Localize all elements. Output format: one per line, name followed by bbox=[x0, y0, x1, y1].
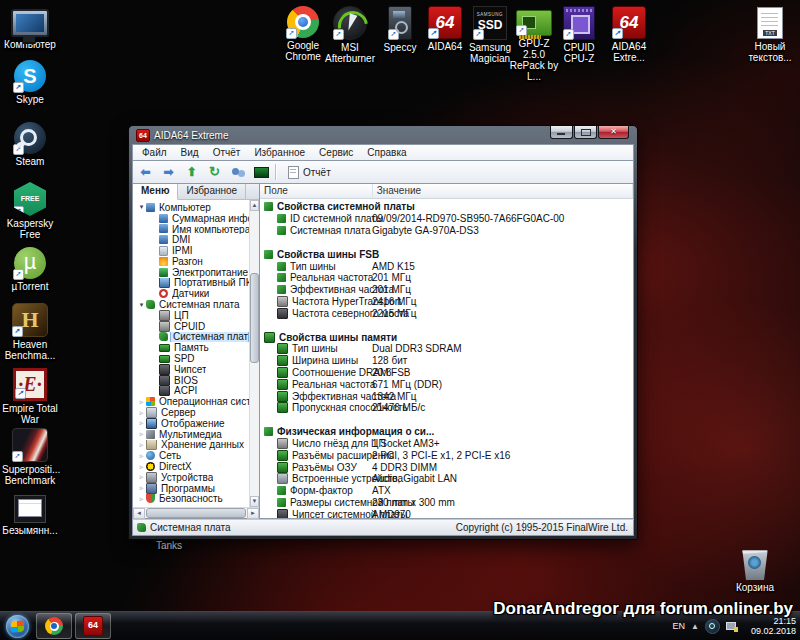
tree-horizontal-scrollbar[interactable]: ◄ ► bbox=[133, 507, 259, 518]
report-row[interactable]: Тип шиныDual DDR3 SDRAM bbox=[260, 343, 633, 355]
report-row[interactable]: Форм-факторATX bbox=[260, 485, 633, 497]
tree-item-security[interactable]: ▹Безопасность bbox=[133, 494, 249, 505]
start-button[interactable] bbox=[6, 615, 29, 638]
scroll-left-icon[interactable]: ◄ bbox=[133, 508, 145, 519]
forward-icon[interactable] bbox=[160, 164, 177, 180]
desktop-icon-afterburner[interactable]: MSI Afterburner bbox=[322, 6, 378, 64]
expander-icon[interactable]: ▹ bbox=[137, 419, 146, 427]
tree-item-computer-group[interactable]: ▾Компьютер bbox=[133, 202, 249, 213]
tree-item-chipset[interactable]: Чипсет bbox=[133, 364, 249, 375]
tree-item-bios[interactable]: BIOS bbox=[133, 375, 249, 386]
tree-item-display[interactable]: ▹Отображение bbox=[133, 418, 249, 429]
expander-icon[interactable]: ▹ bbox=[137, 409, 146, 417]
expander-icon[interactable]: ▹ bbox=[137, 430, 146, 438]
desktop-icon-skype[interactable]: Skype bbox=[2, 60, 58, 105]
report-row[interactable]: Соотношение DRAM:FSB20:6 bbox=[260, 367, 633, 379]
tree-item-summary[interactable]: Суммарная информация bbox=[133, 213, 249, 224]
tree-item-spd[interactable]: SPD bbox=[133, 353, 249, 364]
tree-item-programs[interactable]: ▹Программы bbox=[133, 483, 249, 494]
tree-item-computer-name[interactable]: Имя компьютера bbox=[133, 224, 249, 235]
tree-item-portable-pc[interactable]: Портативный ПК bbox=[133, 278, 249, 289]
tab-menu[interactable]: Меню bbox=[133, 184, 178, 200]
tree-item-devices[interactable]: ▹Устройства bbox=[133, 472, 249, 483]
tree-item-multimedia[interactable]: ▹Мультимедиа bbox=[133, 429, 249, 440]
close-button[interactable] bbox=[598, 126, 629, 139]
report-row[interactable]: Эффективная частота201 МГц bbox=[260, 284, 633, 296]
column-field[interactable]: Поле bbox=[260, 184, 373, 198]
maximize-button[interactable] bbox=[574, 126, 597, 139]
report-row[interactable]: Размеры системной платы230 mm x 300 mm bbox=[260, 497, 633, 509]
report-button[interactable]: Отчёт bbox=[282, 164, 337, 181]
network-tray-icon[interactable] bbox=[726, 621, 738, 632]
menu-file[interactable]: Файл bbox=[135, 147, 174, 158]
desktop-icon-recycle[interactable]: Корзина bbox=[727, 548, 783, 593]
menu-favorites[interactable]: Избранное bbox=[247, 147, 312, 158]
expander-icon[interactable]: ▾ bbox=[137, 301, 146, 309]
column-value[interactable]: Значение bbox=[373, 184, 633, 198]
users-icon[interactable] bbox=[229, 164, 246, 180]
tab-favorites[interactable]: Избранное bbox=[178, 184, 246, 199]
report-section-title[interactable]: Свойства системной платы bbox=[260, 201, 633, 213]
tree-item-os[interactable]: ▹Операционная система bbox=[133, 396, 249, 407]
report-row[interactable]: Встроенные устройстваAudio, Gigabit LAN bbox=[260, 473, 633, 485]
show-hidden-icons-icon[interactable]: ▲ bbox=[691, 622, 699, 631]
desktop-icon-steam[interactable]: Steam bbox=[2, 122, 58, 167]
scrollbar-thumb[interactable] bbox=[146, 508, 246, 518]
expander-icon[interactable]: ▹ bbox=[137, 463, 146, 471]
tree-item-overclock[interactable]: Разгон bbox=[133, 256, 249, 267]
tree-item-storage[interactable]: ▹Хранение данных bbox=[133, 440, 249, 451]
minimize-button[interactable] bbox=[550, 126, 573, 139]
title-bar[interactable]: AIDA64 Extreme bbox=[132, 126, 634, 144]
tree-vertical-scrollbar[interactable]: ▲ ▼ bbox=[249, 200, 259, 507]
refresh-icon[interactable] bbox=[206, 164, 223, 180]
tree-item-memory[interactable]: Память bbox=[133, 342, 249, 353]
tree-item-directx[interactable]: ▹DirectX bbox=[133, 461, 249, 472]
scroll-right-icon[interactable]: ► bbox=[247, 508, 259, 519]
report-section-title[interactable]: Свойства шины FSB bbox=[260, 248, 633, 260]
scroll-down-icon[interactable]: ▼ bbox=[250, 496, 259, 507]
tree-item-ipmi[interactable]: IPMI bbox=[133, 245, 249, 256]
report-row[interactable]: Чипсет системной платыAMD970 bbox=[260, 508, 633, 518]
sensor-panel-icon[interactable] bbox=[252, 164, 269, 180]
up-icon[interactable] bbox=[183, 164, 200, 180]
expander-icon[interactable]: ▹ bbox=[137, 441, 146, 449]
report-row[interactable]: Частота северного моста2215 МГц bbox=[260, 307, 633, 319]
report-row[interactable]: Пропускная способность21476 МБ/с bbox=[260, 402, 633, 414]
report-row[interactable]: Реальная частота671 МГц (DDR) bbox=[260, 378, 633, 390]
expander-icon[interactable]: ▾ bbox=[137, 203, 146, 211]
desktop-icon-computer[interactable]: Компьютер bbox=[2, 6, 58, 50]
tree-item-sensors[interactable]: Датчики bbox=[133, 288, 249, 299]
back-icon[interactable] bbox=[137, 164, 154, 180]
desktop-icon-kaspersky[interactable]: Kaspersky Free bbox=[2, 182, 58, 240]
report-row[interactable]: Системная платаGigabyte GA-970A-DS3 bbox=[260, 225, 633, 237]
tree-item-dmi[interactable]: DMI bbox=[133, 234, 249, 245]
taskbar-clock[interactable]: 21:15 09.02.2018 bbox=[744, 616, 796, 636]
taskbar-chrome-button[interactable] bbox=[36, 613, 72, 639]
report-section-title[interactable]: Физическая информация о си... bbox=[260, 426, 633, 438]
menu-view[interactable]: Вид bbox=[174, 147, 206, 158]
taskbar-aida64-button[interactable] bbox=[75, 613, 111, 639]
desktop-icon-cpuz[interactable]: CPUID CPU-Z bbox=[551, 6, 607, 64]
expander-icon[interactable]: ▹ bbox=[137, 484, 146, 492]
tree-item-server[interactable]: ▹Сервер bbox=[133, 407, 249, 418]
tree-item-motherboard[interactable]: Системная плата bbox=[133, 332, 249, 343]
report-row[interactable]: Разъёмы ОЗУ4 DDR3 DIMM bbox=[260, 461, 633, 473]
desktop-icon-superposition[interactable]: Superpositi... Benchmark bbox=[2, 428, 58, 486]
menu-help[interactable]: Справка bbox=[360, 147, 413, 158]
report-row[interactable]: Тип шиныAMD K15 bbox=[260, 260, 633, 272]
language-indicator[interactable]: EN bbox=[673, 621, 686, 631]
tree-item-cpuid[interactable]: CPUID bbox=[133, 321, 249, 332]
tree-item-network[interactable]: ▹Сеть bbox=[133, 450, 249, 461]
desktop-icon-empire[interactable]: Empire Total War bbox=[2, 368, 58, 425]
report-row[interactable]: Ширина шины128 бит bbox=[260, 355, 633, 367]
desktop-icon-utorrent[interactable]: µTorrent bbox=[2, 247, 58, 292]
desktop-icon-untitled[interactable]: Безымянн... bbox=[2, 492, 58, 536]
steam-tray-icon[interactable] bbox=[705, 619, 720, 634]
expander-icon[interactable]: ▹ bbox=[137, 398, 146, 406]
report-row[interactable]: Реальная частота201 МГц bbox=[260, 272, 633, 284]
tree-item-motherboard-group[interactable]: ▾Системная плата bbox=[133, 299, 249, 310]
report-row[interactable]: Число гнёзд для ЦП1 Socket AM3+ bbox=[260, 438, 633, 450]
scrollbar-thumb[interactable] bbox=[250, 273, 259, 363]
tree-item-acpi[interactable]: ACPI bbox=[133, 386, 249, 397]
menu-report[interactable]: Отчёт bbox=[206, 147, 248, 158]
